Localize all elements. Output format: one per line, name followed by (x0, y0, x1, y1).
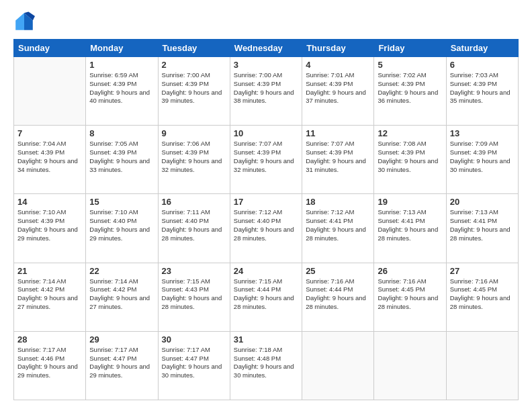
daylight-label: Daylight: 9 hours and 27 minutes. (89, 294, 150, 310)
day-number: 15 (89, 197, 154, 207)
sunrise-label: Sunrise: 7:12 AM (306, 208, 354, 216)
table-row: 7 Sunrise: 7:04 AM Sunset: 4:39 PM Dayli… (14, 126, 86, 194)
daylight-label: Daylight: 9 hours and 38 minutes. (234, 89, 294, 105)
sunset-label: Sunset: 4:48 PM (234, 355, 281, 362)
sunset-label: Sunset: 4:39 PM (306, 80, 353, 87)
table-row: 23 Sunrise: 7:15 AM Sunset: 4:43 PM Dayl… (158, 263, 230, 331)
sunrise-label: Sunrise: 6:59 AM (89, 71, 138, 79)
daylight-label: Daylight: 9 hours and 39 minutes. (162, 89, 222, 105)
col-thursday: Thursday (302, 40, 374, 57)
daylight-label: Daylight: 9 hours and 33 minutes. (89, 157, 150, 173)
table-row: 22 Sunrise: 7:14 AM Sunset: 4:42 PM Dayl… (86, 263, 158, 331)
sunrise-label: Sunrise: 7:15 AM (162, 277, 210, 285)
day-number: 21 (17, 266, 82, 276)
sunrise-label: Sunrise: 7:06 AM (162, 140, 210, 147)
daylight-label: Daylight: 9 hours and 30 minutes. (234, 363, 294, 379)
sunrise-label: Sunrise: 7:08 AM (378, 140, 426, 147)
sunrise-label: Sunrise: 7:13 AM (378, 208, 426, 216)
day-info: Sunrise: 7:06 AM Sunset: 4:39 PM Dayligh… (162, 140, 226, 174)
day-number: 18 (306, 197, 370, 207)
day-info: Sunrise: 7:03 AM Sunset: 4:39 PM Dayligh… (450, 71, 515, 105)
sunrise-label: Sunrise: 7:04 AM (17, 140, 66, 147)
daylight-label: Daylight: 9 hours and 29 minutes. (17, 226, 78, 242)
col-saturday: Saturday (446, 40, 518, 57)
table-row (374, 331, 446, 400)
table-row: 13 Sunrise: 7:09 AM Sunset: 4:39 PM Dayl… (446, 126, 518, 194)
day-info: Sunrise: 7:00 AM Sunset: 4:39 PM Dayligh… (234, 71, 298, 105)
sunset-label: Sunset: 4:47 PM (89, 355, 136, 362)
daylight-label: Daylight: 9 hours and 28 minutes. (450, 294, 511, 310)
day-number: 26 (378, 266, 442, 276)
day-number: 11 (306, 128, 370, 138)
daylight-label: Daylight: 9 hours and 28 minutes. (162, 294, 222, 310)
daylight-label: Daylight: 9 hours and 34 minutes. (17, 157, 78, 173)
day-number: 7 (17, 128, 82, 138)
day-info: Sunrise: 7:13 AM Sunset: 4:41 PM Dayligh… (378, 208, 442, 242)
table-row: 26 Sunrise: 7:16 AM Sunset: 4:45 PM Dayl… (374, 263, 446, 331)
day-info: Sunrise: 7:12 AM Sunset: 4:41 PM Dayligh… (306, 208, 370, 242)
day-info: Sunrise: 7:18 AM Sunset: 4:48 PM Dayligh… (234, 346, 298, 380)
sunrise-label: Sunrise: 7:16 AM (306, 277, 354, 285)
day-number: 12 (378, 128, 442, 138)
day-info: Sunrise: 7:01 AM Sunset: 4:39 PM Dayligh… (306, 71, 370, 105)
day-info: Sunrise: 7:04 AM Sunset: 4:39 PM Dayligh… (17, 140, 82, 174)
sunset-label: Sunset: 4:44 PM (234, 285, 281, 293)
day-number: 16 (162, 197, 226, 207)
table-row: 12 Sunrise: 7:08 AM Sunset: 4:39 PM Dayl… (374, 126, 446, 194)
sunset-label: Sunset: 4:45 PM (378, 285, 425, 293)
day-info: Sunrise: 7:05 AM Sunset: 4:39 PM Dayligh… (89, 140, 154, 174)
sunset-label: Sunset: 4:46 PM (17, 355, 64, 362)
day-info: Sunrise: 7:14 AM Sunset: 4:42 PM Dayligh… (89, 277, 154, 312)
day-number: 1 (89, 60, 154, 70)
daylight-label: Daylight: 9 hours and 36 minutes. (378, 89, 438, 105)
svg-marker-1 (15, 13, 24, 30)
daylight-label: Daylight: 9 hours and 28 minutes. (162, 226, 222, 242)
col-wednesday: Wednesday (230, 40, 302, 57)
sunset-label: Sunset: 4:41 PM (306, 217, 353, 224)
sunrise-label: Sunrise: 7:03 AM (450, 71, 498, 79)
calendar-week-row: 28 Sunrise: 7:17 AM Sunset: 4:46 PM Dayl… (14, 331, 519, 400)
sunset-label: Sunset: 4:39 PM (89, 148, 136, 156)
sunrise-label: Sunrise: 7:17 AM (162, 346, 210, 353)
col-sunday: Sunday (14, 40, 86, 57)
day-info: Sunrise: 7:02 AM Sunset: 4:39 PM Dayligh… (378, 71, 442, 105)
col-tuesday: Tuesday (158, 40, 230, 57)
sunset-label: Sunset: 4:39 PM (450, 148, 497, 156)
table-row: 25 Sunrise: 7:16 AM Sunset: 4:44 PM Dayl… (302, 263, 374, 331)
day-info: Sunrise: 6:59 AM Sunset: 4:39 PM Dayligh… (89, 71, 154, 105)
calendar-week-row: 21 Sunrise: 7:14 AM Sunset: 4:42 PM Dayl… (14, 263, 519, 331)
day-number: 29 (89, 334, 154, 345)
day-info: Sunrise: 7:10 AM Sunset: 4:40 PM Dayligh… (89, 208, 154, 242)
table-row: 10 Sunrise: 7:07 AM Sunset: 4:39 PM Dayl… (230, 126, 302, 194)
calendar-header-row: Sunday Monday Tuesday Wednesday Thursday… (14, 40, 519, 57)
sunrise-label: Sunrise: 7:12 AM (234, 208, 282, 216)
calendar-week-row: 14 Sunrise: 7:10 AM Sunset: 4:39 PM Dayl… (14, 194, 519, 263)
day-info: Sunrise: 7:16 AM Sunset: 4:44 PM Dayligh… (306, 277, 370, 312)
day-info: Sunrise: 7:17 AM Sunset: 4:47 PM Dayligh… (89, 346, 154, 380)
sunset-label: Sunset: 4:41 PM (450, 217, 497, 224)
sunrise-label: Sunrise: 7:09 AM (450, 140, 498, 147)
day-number: 8 (89, 128, 154, 138)
day-info: Sunrise: 7:11 AM Sunset: 4:40 PM Dayligh… (162, 208, 226, 242)
daylight-label: Daylight: 9 hours and 28 minutes. (450, 226, 511, 242)
table-row: 21 Sunrise: 7:14 AM Sunset: 4:42 PM Dayl… (14, 263, 86, 331)
table-row: 19 Sunrise: 7:13 AM Sunset: 4:41 PM Dayl… (374, 194, 446, 263)
sunrise-label: Sunrise: 7:10 AM (89, 208, 138, 216)
sunset-label: Sunset: 4:40 PM (234, 217, 281, 224)
day-number: 9 (162, 128, 226, 138)
day-number: 30 (162, 334, 226, 345)
day-number: 4 (306, 60, 370, 70)
daylight-label: Daylight: 9 hours and 28 minutes. (378, 294, 438, 310)
table-row: 4 Sunrise: 7:01 AM Sunset: 4:39 PM Dayli… (302, 57, 374, 126)
page-header (13, 11, 519, 32)
sunrise-label: Sunrise: 7:15 AM (234, 277, 282, 285)
daylight-label: Daylight: 9 hours and 29 minutes. (17, 363, 78, 379)
table-row: 20 Sunrise: 7:13 AM Sunset: 4:41 PM Dayl… (446, 194, 518, 263)
table-row: 30 Sunrise: 7:17 AM Sunset: 4:47 PM Dayl… (158, 331, 230, 400)
table-row: 29 Sunrise: 7:17 AM Sunset: 4:47 PM Dayl… (86, 331, 158, 400)
day-number: 19 (378, 197, 442, 207)
table-row: 31 Sunrise: 7:18 AM Sunset: 4:48 PM Dayl… (230, 331, 302, 400)
sunset-label: Sunset: 4:39 PM (234, 148, 281, 156)
day-number: 20 (450, 197, 515, 207)
day-number: 25 (306, 266, 370, 276)
